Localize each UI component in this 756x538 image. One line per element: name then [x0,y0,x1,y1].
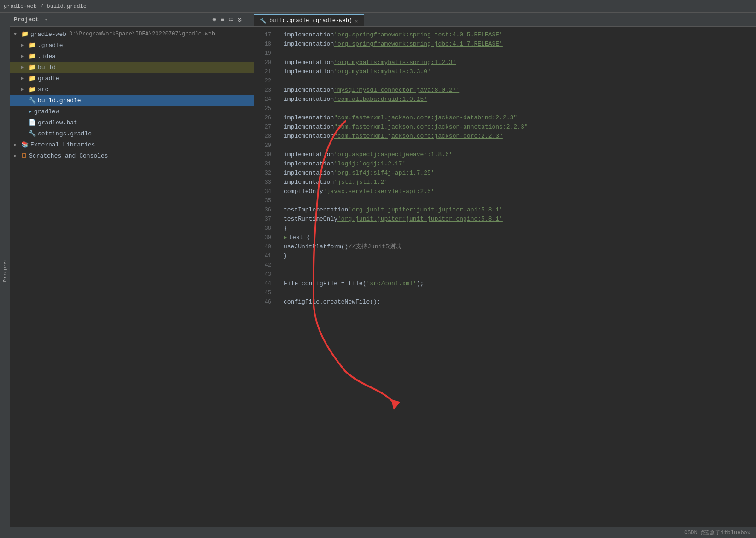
code-line-44: File configFile = file('src/conf.xml'); [284,279,756,288]
watermark: CSDN @蓝盒子itbluebox [684,529,750,537]
root-folder-icon: 📁 [21,30,29,38]
code-line-36: testImplementation 'org.junit.jupiter:ju… [284,205,756,215]
code-line-31: implementation 'log4j:log4j:1.2.17' [284,159,756,169]
build-gradle-icon: 🔧 [29,97,36,104]
scratches-icon: 🗒 [21,152,27,159]
gradlew-icon: ▸ [29,108,32,115]
project-tree: ▼ 📁 gradle-web D:\ProgramWorkSpace\IDEA\… [10,27,254,527]
code-line-37: testRuntimeOnly 'org.junit.jupiter:junit… [284,215,756,224]
code-line-19 [284,49,756,58]
code-line-22 [284,76,756,86]
main-layout: Project Project ▾ ⊕ ≡ ≔ ⚙ — ▼ 📁 gradle-w… [0,13,756,527]
gradle-folder-arrow: ▶ [21,76,29,81]
code-line-35 [284,196,756,205]
gradlew-bat-label: gradlew.bat [38,119,77,126]
tree-item-ext-libs[interactable]: ▶ 📚 External Libraries [10,139,254,150]
tree-root[interactable]: ▼ 📁 gradle-web D:\ProgramWorkSpace\IDEA\… [10,29,254,40]
gradlew-bat-icon: 📄 [29,119,36,126]
code-container[interactable]: 17 18 19 20 21 22 23 24 25 26 27 28 29 3… [254,27,756,527]
tree-item-scratches[interactable]: ▶ 🗒 Scratches and Consoles [10,150,254,161]
expand-all-icon[interactable]: ≡ [221,16,224,23]
tree-item-gradlew[interactable]: ▸ gradlew [10,106,254,117]
gradlew-label: gradlew [34,108,59,115]
ext-libs-icon: 📚 [21,141,29,148]
collapse-all-icon[interactable]: ≔ [229,16,233,23]
minimize-icon[interactable]: — [246,16,250,23]
gradle-dir-icon: 📁 [29,41,36,49]
tree-item-idea[interactable]: ▶ 📁 .idea [10,51,254,62]
editor-tabs: 🔧 build.gradle (gradle-web) ✕ [254,13,756,27]
gradle-folder-icon: 📁 [29,75,36,82]
root-arrow: ▼ [14,32,21,37]
code-line-34: compileOnly 'javax.servlet:servlet-api:2… [284,187,756,196]
tab-label: build.gradle (gradle-web) [269,18,352,24]
tab-build-gradle[interactable]: 🔧 build.gradle (gradle-web) ✕ [254,14,364,26]
code-line-29 [284,141,756,150]
scratches-arrow: ▶ [14,153,21,158]
settings-gradle-label: settings.gradle [38,130,92,137]
code-line-45 [284,288,756,298]
code-line-32: implementation 'org.slf4j:slf4j-api:1.7.… [284,169,756,178]
run-test-button[interactable]: ▶ [284,233,287,242]
code-line-24: implementation 'com.alibaba:druid:1.0.15… [284,95,756,104]
settings-gradle-icon: 🔧 [29,130,36,137]
code-line-46: configFile.createNewFile(); [284,298,756,307]
src-arrow: ▶ [21,87,29,92]
root-label: gradle-web [30,31,66,38]
side-panel-label: Project [0,13,10,527]
editor-area: 🔧 build.gradle (gradle-web) ✕ 17 18 19 2… [254,13,756,527]
tree-item-settings-gradle[interactable]: 🔧 settings.gradle [10,128,254,139]
gradle-folder-label: gradle [38,75,59,82]
idea-arrow: ▶ [21,53,29,59]
settings-icon[interactable]: ⚙ [238,16,241,23]
project-panel: Project ▾ ⊕ ≡ ≔ ⚙ — ▼ 📁 gradle-web D:\Pr… [10,13,254,527]
build-folder-icon: 📁 [29,64,36,71]
code-line-42 [284,261,756,270]
code-line-30: implementation 'org.aspectj:aspectjweave… [284,150,756,159]
build-gradle-label: build.gradle [38,97,81,104]
project-panel-title: Project [14,16,39,23]
idea-label: .idea [38,53,56,60]
idea-icon: 📁 [29,53,36,60]
scratches-label: Scratches and Consoles [29,152,108,159]
tree-item-gradle-folder[interactable]: ▶ 📁 gradle [10,73,254,84]
code-line-38: } [284,224,756,233]
line-numbers: 17 18 19 20 21 22 23 24 25 26 27 28 29 3… [254,27,276,527]
locate-icon[interactable]: ⊕ [212,16,216,23]
root-path: D:\ProgramWorkSpace\IDEA\20220707\gradle… [69,31,215,37]
tree-item-src[interactable]: ▶ 📁 src [10,84,254,95]
build-arrow: ▶ [21,64,29,70]
code-line-21: implementation 'org.mybatis:mybatis:3.3.… [284,67,756,76]
top-bar: gradle-web / build.gradle [0,0,756,13]
tree-item-build[interactable]: ▶ 📁 build [10,62,254,73]
top-bar-title: gradle-web / build.gradle [4,3,87,10]
code-line-17: implementation 'org.springframework:spri… [284,30,756,40]
gradle-dir-arrow: ▶ [21,42,29,48]
tree-item-gradlew-bat[interactable]: 📄 gradlew.bat [10,117,254,128]
src-label: src [38,86,48,93]
project-panel-header: Project ▾ ⊕ ≡ ≔ ⚙ — [10,13,254,27]
code-line-26: implementation "com.fasterxml.jackson.co… [284,113,756,123]
code-line-23: implementation 'mysql:mysql-connector-ja… [284,86,756,95]
code-line-33: implementation 'jstl:jstl:1.2' [284,178,756,187]
tree-item-gradle-dir[interactable]: ▶ 📁 .gradle [10,40,254,51]
code-line-39: ▶ test { [284,233,756,242]
ext-libs-arrow: ▶ [14,142,21,147]
code-line-18: implementation 'org.springframework:spri… [284,40,756,49]
panel-icons: ⊕ ≡ ≔ ⚙ — [212,16,250,23]
tab-close-button[interactable]: ✕ [355,18,358,24]
src-icon: 📁 [29,86,36,93]
code-line-20: implementation 'org.mybatis:mybatis-spri… [284,58,756,67]
ext-libs-label: External Libraries [30,141,95,148]
code-line-25 [284,104,756,113]
gradle-dir-label: .gradle [38,42,63,49]
code-line-43 [284,270,756,279]
code-lines: implementation 'org.springframework:spri… [276,27,756,527]
tree-item-build-gradle[interactable]: 🔧 build.gradle [10,95,254,106]
tab-icon: 🔧 [260,18,267,24]
code-line-41: } [284,251,756,261]
side-label-text: Project [2,257,8,282]
code-line-27: implementation "com.fasterxml.jackson.co… [284,123,756,132]
status-bar: CSDN @蓝盒子itbluebox [0,527,756,538]
build-label: build [38,64,56,71]
